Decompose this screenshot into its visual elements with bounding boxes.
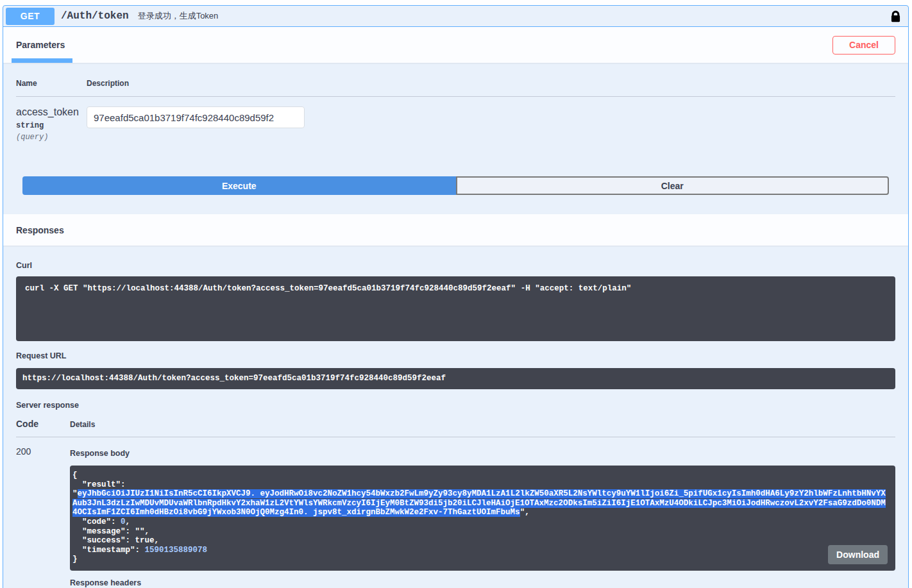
curl-label: Curl [16,261,895,270]
request-url-label: Request URL [16,351,895,360]
opblock-get-auth-token: GET /Auth/token 登录成功，生成Token Parameters … [3,5,909,588]
http-method-badge: GET [6,8,55,25]
column-name: Name [16,79,87,88]
execute-button[interactable]: Execute [22,176,456,195]
json-result-key: "result": [72,480,890,490]
execute-button-group: Execute Clear [16,176,895,195]
lock-icon[interactable] [891,10,900,22]
download-button[interactable]: Download [828,545,888,564]
parameters-header: Parameters Cancel [3,27,908,63]
status-code: 200 [16,446,70,587]
responses-body: Curl curl -X GET "https://localhost:4438… [3,246,908,587]
access-token-input[interactable] [87,106,305,128]
response-details-cell: Response body { "result": "eyJhbGciOiJIU… [70,446,895,587]
server-response-table-header: Code Details [16,419,895,437]
jwt-token-selected: eyJhbGciOiJIUzI1NiIsInR5cCI6IkpXVCJ9. ey… [72,489,886,517]
server-response-label: Server response [16,401,895,410]
active-tab-indicator [12,58,72,63]
json-success-field: "success": true, [72,536,890,546]
endpoint-summary: 登录成功，生成Token [138,10,219,22]
json-timestamp-field: "timestamp": 1590135889078 [72,546,890,555]
json-close-brace: } [72,555,890,564]
parameter-type: string [16,121,87,130]
server-response-table: Code Details 200 Response body { "result… [16,419,895,587]
token-close-quote: ", [520,508,530,517]
responses-header: Responses [3,214,908,246]
parameter-row-access-token: access_token string (query) [16,97,895,142]
cancel-button[interactable]: Cancel [832,36,895,55]
request-url: https://localhost:44388/Auth/token?acces… [22,374,446,383]
json-result-value: "eyJhbGciOiJIUzI1NiIsInR5cCI6IkpXVCJ9. e… [72,489,890,517]
response-body-box[interactable]: { "result": "eyJhbGciOiJIUzI1NiIsInR5cCI… [70,466,895,571]
token-open-quote: " [72,489,78,498]
column-description: Description [87,79,129,88]
json-open-brace: { [72,471,890,480]
curl-command: curl -X GET "https://localhost:44388/Aut… [25,284,631,293]
parameters-table-header: Name Description [16,79,895,97]
json-message-field: "message": "", [72,527,890,537]
parameters-body: Name Description access_token string (qu… [3,63,908,214]
request-url-box[interactable]: https://localhost:44388/Auth/token?acces… [16,368,895,389]
column-details: Details [70,420,95,429]
opblock-summary[interactable]: GET /Auth/token 登录成功，生成Token [3,6,908,27]
clear-button[interactable]: Clear [456,176,890,195]
parameter-location: (query) [16,133,87,142]
server-response-row: 200 Response body { "result": "eyJhbGciO… [16,437,895,587]
parameters-title: Parameters [16,40,65,50]
column-code: Code [16,419,70,429]
swagger-page: GET /Auth/token 登录成功，生成Token Parameters … [0,0,912,588]
endpoint-path: /Auth/token [61,10,129,22]
parameter-meta: access_token string (query) [16,106,87,142]
curl-command-box[interactable]: curl -X GET "https://localhost:44388/Aut… [16,276,895,341]
response-body-label: Response body [70,449,895,458]
responses-title: Responses [16,225,64,235]
json-code-field: "code": 0, [72,517,890,527]
response-headers-label: Response headers [70,578,895,587]
parameter-name: access_token [16,106,87,118]
parameter-value-cell [87,106,305,142]
